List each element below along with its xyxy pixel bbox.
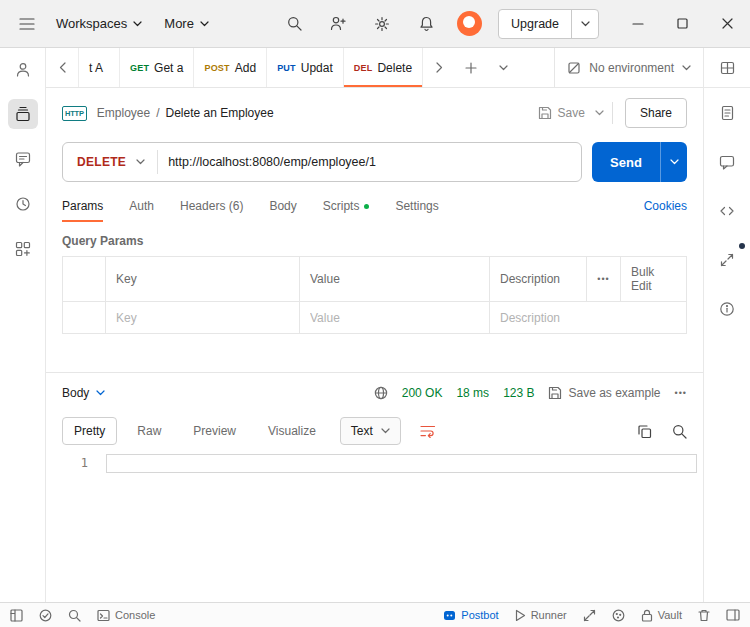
tab-delete-request[interactable]: DEL Delete <box>344 48 423 87</box>
request-info-expand-icon[interactable] <box>712 245 742 275</box>
save-button[interactable]: Save <box>538 106 585 120</box>
more-label: More <box>164 16 194 31</box>
minimize-button[interactable] <box>615 0 660 48</box>
code-snippet-icon[interactable] <box>712 196 742 226</box>
status-badge[interactable]: 200 OK <box>402 386 443 400</box>
tab-body[interactable]: Body <box>269 190 296 222</box>
share-button[interactable]: Share <box>625 98 687 128</box>
row-select-cell[interactable] <box>63 302 105 333</box>
tab-params[interactable]: Params <box>62 190 103 222</box>
tabs-back-icon[interactable] <box>46 48 78 87</box>
chevron-down-icon <box>136 159 145 165</box>
description-input[interactable] <box>500 311 676 325</box>
scripts-active-dot <box>364 204 369 209</box>
tab-scripts[interactable]: Scripts <box>323 190 370 222</box>
account-icon[interactable] <box>8 54 38 84</box>
copy-response-icon[interactable] <box>637 424 652 439</box>
response-body-selector[interactable]: Body <box>62 386 105 400</box>
view-preview-button[interactable]: Preview <box>181 417 248 445</box>
find-icon[interactable] <box>68 609 81 622</box>
view-visualize-button[interactable]: Visualize <box>256 417 328 445</box>
new-tab-icon[interactable] <box>455 48 487 87</box>
description-cell <box>489 302 686 333</box>
response-options-icon[interactable]: ••• <box>675 388 687 398</box>
cookies-link[interactable]: Cookies <box>644 199 687 213</box>
cookies-icon[interactable] <box>612 609 625 622</box>
upgrade-chevron-icon[interactable] <box>572 21 598 27</box>
tabs-forward-icon[interactable] <box>423 48 455 87</box>
info-icon[interactable] <box>712 294 742 324</box>
history-icon[interactable] <box>8 189 38 219</box>
status-ok-icon[interactable] <box>39 609 52 622</box>
breadcrumb-separator: / <box>156 106 159 120</box>
maximize-button[interactable] <box>660 0 705 48</box>
tab-options-chevron-icon[interactable] <box>487 48 519 87</box>
send-button[interactable]: Send <box>592 142 687 182</box>
sidebar-toggle-icon[interactable] <box>10 609 23 622</box>
workspace-modules-icon[interactable] <box>8 234 38 264</box>
wrap-lines-icon[interactable] <box>413 417 443 445</box>
network-globe-icon[interactable] <box>374 386 388 400</box>
environment-quick-look-icon[interactable] <box>712 53 742 83</box>
bulk-edit-button[interactable]: Bulk Edit <box>620 257 686 301</box>
format-selector[interactable]: Text <box>340 417 401 445</box>
response-header: Body 200 OK 18 ms 123 B Save as example … <box>62 375 687 411</box>
upgrade-button[interactable]: Upgrade <box>498 9 599 39</box>
chevron-down-icon <box>200 21 209 27</box>
save-options-chevron-icon[interactable] <box>595 110 604 116</box>
hamburger-menu-icon[interactable] <box>12 9 42 39</box>
tab-auth[interactable]: Auth <box>129 190 154 222</box>
request-tabstrip: t A GET Get a POST Add PUT Updat DEL Del… <box>46 48 703 88</box>
save-label: Save <box>558 106 585 120</box>
close-button[interactable] <box>705 0 750 48</box>
more-menu[interactable]: More <box>164 16 209 31</box>
tab-settings[interactable]: Settings <box>395 190 438 222</box>
url-input[interactable] <box>168 155 581 169</box>
key-input[interactable] <box>116 311 289 325</box>
response-time[interactable]: 18 ms <box>456 386 489 400</box>
send-options-chevron-icon[interactable] <box>660 142 687 182</box>
tab-post-request[interactable]: POST Add <box>194 48 267 87</box>
view-pretty-button[interactable]: Pretty <box>62 417 117 445</box>
invite-user-icon[interactable] <box>323 9 353 39</box>
documentation-icon[interactable] <box>712 98 742 128</box>
view-raw-button[interactable]: Raw <box>125 417 173 445</box>
tab-label: t A <box>89 61 103 75</box>
split-pane-icon[interactable] <box>726 609 740 621</box>
save-as-example-button[interactable]: Save as example <box>548 386 660 400</box>
response-divider <box>46 372 703 373</box>
tab-get-request[interactable]: GET Get a <box>120 48 194 87</box>
console-label: Console <box>115 609 155 621</box>
environment-selector[interactable]: No environment <box>554 48 703 87</box>
tab-partial[interactable]: t A <box>78 48 120 87</box>
notifications-bell-icon[interactable] <box>411 9 441 39</box>
tab-headers[interactable]: Headers (6) <box>180 190 243 222</box>
console-icon <box>97 609 110 622</box>
workspaces-menu[interactable]: Workspaces <box>56 16 142 31</box>
capture-requests-icon[interactable] <box>583 609 596 622</box>
collections-icon[interactable] <box>8 99 38 129</box>
settings-gear-icon[interactable] <box>367 9 397 39</box>
search-response-icon[interactable] <box>672 424 687 439</box>
method-selector[interactable]: DELETE <box>63 155 157 169</box>
postbot-button[interactable]: Postbot <box>443 609 498 622</box>
response-editor[interactable]: 1 <box>46 450 697 598</box>
method-badge: PUT <box>277 63 296 73</box>
vault-button[interactable]: Vault <box>641 609 682 622</box>
trash-icon[interactable] <box>698 609 710 622</box>
tab-put-request[interactable]: PUT Updat <box>267 48 344 87</box>
value-input[interactable] <box>310 311 479 325</box>
column-options-icon[interactable]: ••• <box>586 257 620 301</box>
breadcrumb-collection[interactable]: Employee <box>97 106 150 120</box>
comments-icon[interactable] <box>8 144 38 174</box>
tab-label: Add <box>235 61 256 75</box>
search-icon[interactable] <box>279 9 309 39</box>
postman-logo[interactable] <box>457 11 482 36</box>
vault-lock-icon <box>641 609 653 622</box>
response-size[interactable]: 123 B <box>503 386 534 400</box>
comments-panel-icon[interactable] <box>712 147 742 177</box>
breadcrumb-request-name[interactable]: Delete an Employee <box>166 106 274 120</box>
runner-button[interactable]: Runner <box>515 609 567 622</box>
console-button[interactable]: Console <box>97 609 155 622</box>
response-code-area[interactable] <box>102 450 697 598</box>
